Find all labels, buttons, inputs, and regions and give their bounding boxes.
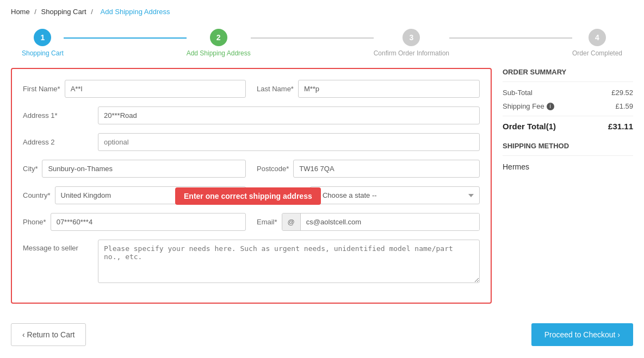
email-label: Email* xyxy=(257,218,277,226)
step-line-1 xyxy=(64,37,187,39)
step-circle-1: 1 xyxy=(34,29,51,46)
last-name-label: Last Name* xyxy=(257,85,294,93)
step-line-2 xyxy=(251,37,374,39)
step-confirm-order: 3 Confirm Order Information xyxy=(374,29,449,57)
step-order-completed: 4 Order Completed xyxy=(572,29,622,57)
city-input[interactable] xyxy=(42,160,246,178)
phone-email-row: Phone* Email* @ xyxy=(23,213,480,231)
step-shopping-cart: 1 Shopping Cart xyxy=(22,29,64,57)
breadcrumb: Home / Shopping Cart / Add Shipping Addr… xyxy=(0,0,644,23)
step-label-2: Add Shipping Address xyxy=(187,49,251,57)
breadcrumb-cart[interactable]: Shopping Cart xyxy=(41,8,86,16)
breadcrumb-current: Add Shipping Address xyxy=(101,8,170,16)
order-total-value: £31.11 xyxy=(608,122,633,131)
main-content: Enter one correct shipping address First… xyxy=(0,68,644,315)
order-summary: ORDER SUMMARY Sub-Total £29.52 Shipping … xyxy=(503,68,633,304)
stepper: 1 Shopping Cart 2 Add Shipping Address 3… xyxy=(0,23,644,68)
first-name-label: First Name* xyxy=(23,85,60,93)
order-summary-title: ORDER SUMMARY xyxy=(503,68,633,82)
phone-label: Phone* xyxy=(23,218,46,226)
last-name-group: Last Name* xyxy=(257,80,480,98)
last-name-input[interactable] xyxy=(298,80,480,98)
email-field-wrapper: @ xyxy=(282,213,480,231)
address2-row: Address 2 xyxy=(23,133,480,151)
email-group: Email* @ xyxy=(257,213,480,231)
subtotal-row: Sub-Total £29.52 xyxy=(503,89,633,97)
first-name-group: First Name* xyxy=(23,80,246,98)
step-add-shipping: 2 Add Shipping Address xyxy=(187,29,251,57)
country-label: Country* xyxy=(23,191,51,199)
province-select[interactable]: -- Choose a state -- xyxy=(310,186,480,204)
step-label-1: Shopping Cart xyxy=(22,49,64,57)
phone-group: Phone* xyxy=(23,213,246,231)
postcode-label: Postcode* xyxy=(257,165,289,173)
city-label: City* xyxy=(23,165,38,173)
message-group: Message to seller xyxy=(23,240,480,283)
shipping-fee-row: Shipping Fee i £1.59 xyxy=(503,102,633,110)
address2-group: Address 2 xyxy=(23,133,480,151)
address1-row: Address 1* xyxy=(23,106,480,124)
subtotal-label: Sub-Total xyxy=(503,89,532,97)
message-textarea[interactable] xyxy=(98,240,480,283)
address2-label: Address 2 xyxy=(23,138,94,146)
step-line-3 xyxy=(449,37,572,39)
shipping-form: Enter one correct shipping address First… xyxy=(11,68,492,304)
step-circle-4: 4 xyxy=(589,29,606,46)
address2-input[interactable] xyxy=(98,133,480,151)
order-total-label: Order Total(1) xyxy=(503,122,556,131)
subtotal-value: £29.52 xyxy=(611,89,633,97)
shipping-fee-label-wrap: Shipping Fee i xyxy=(503,102,554,110)
email-at-symbol: @ xyxy=(282,213,301,230)
city-group: City* xyxy=(23,160,246,178)
error-tooltip: Enter one correct shipping address xyxy=(175,187,321,205)
shipping-fee-value: £1.59 xyxy=(615,102,633,110)
address1-label: Address 1* xyxy=(23,111,94,120)
message-row: Message to seller xyxy=(23,240,480,283)
postcode-input[interactable] xyxy=(293,160,480,178)
city-postcode-row: City* Postcode* xyxy=(23,160,480,178)
proceed-to-checkout-button[interactable]: Proceed to Checkout › xyxy=(531,323,633,346)
order-total-row: Order Total(1) £31.11 xyxy=(503,116,633,131)
shipping-fee-label: Shipping Fee xyxy=(503,102,544,110)
step-label-3: Confirm Order Information xyxy=(374,49,449,57)
step-label-4: Order Completed xyxy=(572,49,622,57)
footer-buttons: ‹ Return to Cart Proceed to Checkout › xyxy=(0,315,644,355)
shipping-option: Hermes xyxy=(503,162,633,171)
postcode-group: Postcode* xyxy=(257,160,480,178)
first-name-input[interactable] xyxy=(65,80,246,98)
step-circle-3: 3 xyxy=(403,29,420,46)
phone-input[interactable] xyxy=(51,213,246,231)
step-circle-2: 2 xyxy=(210,29,227,46)
address1-group: Address 1* xyxy=(23,106,480,124)
address1-input[interactable] xyxy=(98,106,480,124)
shipping-method-title: SHIPPING METHOD xyxy=(503,142,633,156)
message-label: Message to seller xyxy=(23,240,94,252)
return-to-cart-button[interactable]: ‹ Return to Cart xyxy=(11,323,86,346)
name-row: First Name* Last Name* xyxy=(23,80,480,98)
shipping-info-icon[interactable]: i xyxy=(547,103,554,110)
breadcrumb-home[interactable]: Home xyxy=(11,8,30,16)
email-input[interactable] xyxy=(301,213,479,230)
